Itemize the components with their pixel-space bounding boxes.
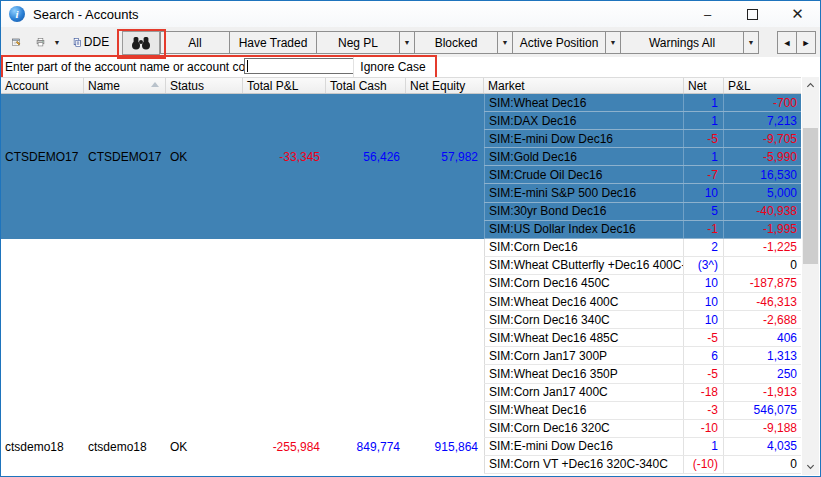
printer-icon [36,38,45,47]
print-dropdown[interactable]: ▼ [51,30,63,54]
properties-button[interactable] [5,30,27,54]
market-name: SIM:Crude Oil Dec16 [484,166,684,183]
market-row[interactable]: SIM:US Dollar Index Dec16-1-1,995 [484,221,801,239]
filter-button-warnings-all[interactable]: Warnings All [620,31,744,54]
account-name: CTSDEMO17 [84,150,166,164]
pl-value: -5,990 [724,148,801,165]
market-row[interactable]: SIM:Wheat Dec16 350P-5250 [484,365,801,383]
filter-dropdown-active-position[interactable]: ▼ [605,31,621,54]
chevron-down-icon [806,462,815,471]
column-header-total-cash[interactable]: Total Cash [326,78,406,93]
pl-value: 0 [724,456,801,473]
column-header-market[interactable]: Market [484,78,684,93]
market-name: SIM:Corn Dec16 450C [484,275,684,292]
net-position: -1 [684,221,724,238]
market-row[interactable]: SIM:Corn Dec16 320C-10-9,188 [484,420,801,438]
market-row[interactable]: SIM:DAX Dec1617,213 [484,112,801,130]
account-search-input[interactable] [244,58,354,74]
pl-value: 4,035 [724,438,801,455]
sort-ascending-icon [151,82,159,87]
filter-button-all[interactable]: All [160,31,230,54]
filter-button-active-position[interactable]: Active Position [512,31,606,54]
maximize-button[interactable] [730,1,775,27]
account-row[interactable]: ctsdemo18ctsdemo18OK-255,984849,774915,8… [1,438,484,456]
filter-button-neg-pl[interactable]: Neg PL [316,31,400,54]
market-row[interactable]: SIM:Wheat Dec16-3546,075 [484,402,801,420]
account-status: OK [166,440,243,454]
net-position: 5 [684,203,724,220]
scrollbar-down-button[interactable] [802,458,819,475]
market-row[interactable]: SIM:Corn Dec16 450C10-187,875 [484,275,801,293]
filter-dropdown-neg-pl[interactable]: ▼ [399,31,415,54]
column-header-pl[interactable]: P&L [724,78,801,93]
title-bar: i Search - Accounts – ✕ [1,1,820,27]
net-position: 1 [684,94,724,111]
pl-value: -700 [724,94,801,111]
column-header-account[interactable]: Account [1,78,84,93]
scrollbar-up-button[interactable] [802,77,819,94]
pl-value: 7,213 [724,112,801,129]
copy-dde-button[interactable]: DDE [67,30,115,54]
market-row[interactable]: SIM:E-mini Dow Dec16-5-9,705 [484,130,801,148]
filter-dropdown-blocked[interactable]: ▼ [497,31,513,54]
pl-value: 250 [724,365,801,382]
market-name: SIM:Gold Dec16 [484,148,684,165]
accounts-table-body: CTSDEMO17CTSDEMO17OK-33,34556,42657,982c… [1,94,801,474]
maximize-icon [747,9,758,20]
filter-button-blocked[interactable]: Blocked [414,31,498,54]
scroll-filters-right-button[interactable]: ► [796,31,816,54]
toolbar: ▼ DDE AllHave TradedNeg PL▼Blocked▼Activ… [1,27,820,58]
minimize-button[interactable]: – [685,1,730,27]
market-name: SIM:Wheat Dec16 350P [484,365,684,382]
pl-value: -9,705 [724,130,801,147]
column-header-net[interactable]: Net [684,78,724,93]
net-position: -5 [684,130,724,147]
market-name: SIM:Wheat CButterfly +Dec16 400C-2 [484,257,684,274]
print-button[interactable] [29,30,51,54]
chevron-up-icon [806,81,815,90]
close-button[interactable]: ✕ [775,1,820,27]
net-position: 1 [684,148,724,165]
account-net-equity: 57,982 [406,150,484,164]
search-accounts-window: i Search - Accounts – ✕ [0,0,821,477]
vertical-scrollbar[interactable] [802,77,819,475]
market-row[interactable]: SIM:E-mini Dow Dec1614,035 [484,438,801,456]
text-caret [247,60,248,72]
market-row[interactable]: SIM:Gold Dec161-5,990 [484,148,801,166]
filter-dropdown-warnings-all[interactable]: ▼ [743,31,759,54]
ignore-case-button[interactable]: Ignore Case [353,57,432,77]
market-row[interactable]: SIM:E-mini S&P 500 Dec16105,000 [484,184,801,202]
market-row[interactable]: SIM:Wheat Dec16 400C10-46,313 [484,293,801,311]
market-row[interactable]: SIM:Wheat Dec16 485C-5406 [484,329,801,347]
market-row[interactable]: SIM:Wheat CButterfly +Dec16 400C-2(3^)0 [484,257,801,275]
column-header-name[interactable]: Name [84,78,166,93]
pl-value: -40,938 [724,203,801,220]
search-accounts-button[interactable] [122,31,160,55]
window-title: Search - Accounts [33,7,139,22]
filter-button-have-traded[interactable]: Have Traded [229,31,317,54]
market-name: SIM:Wheat Dec16 400C [484,293,684,310]
market-row[interactable]: SIM:Crude Oil Dec16-716,530 [484,166,801,184]
market-row[interactable]: SIM:Corn Jan17 300P61,313 [484,347,801,365]
column-header-status[interactable]: Status [166,78,243,93]
market-name: SIM:Wheat Dec16 485C [484,329,684,346]
search-label: Enter part of the account name or accoun… [5,57,262,77]
scrollbar-thumb[interactable] [803,128,818,264]
market-name: SIM:Corn Jan17 300P [484,347,684,364]
market-name: SIM:Wheat Dec16 [484,94,684,111]
pl-value: 406 [724,329,801,346]
market-row[interactable]: SIM:Corn Dec162-1,225 [484,239,801,257]
account-name: ctsdemo18 [84,440,166,454]
column-header-total-pl[interactable]: Total P&L [243,78,326,93]
market-row[interactable]: SIM:30yr Bond Dec165-40,938 [484,203,801,221]
market-row[interactable]: SIM:Wheat Dec161-700 [484,94,801,112]
account-row[interactable]: CTSDEMO17CTSDEMO17OK-33,34556,42657,982 [1,148,484,166]
market-row[interactable]: SIM:Corn Dec16 340C10-2,688 [484,311,801,329]
pl-value: 1,313 [724,347,801,364]
net-position: 2 [684,239,724,256]
column-header-net-equity[interactable]: Net Equity [406,78,484,93]
market-row[interactable]: SIM:Corn VT +Dec16 320C-340C(-10)0 [484,456,801,474]
market-row[interactable]: SIM:Corn Jan17 400C-18-1,913 [484,384,801,402]
scroll-filters-left-button[interactable]: ◄ [777,31,797,54]
table-header: Account Name Status Total P&L Total Cash… [1,77,801,94]
